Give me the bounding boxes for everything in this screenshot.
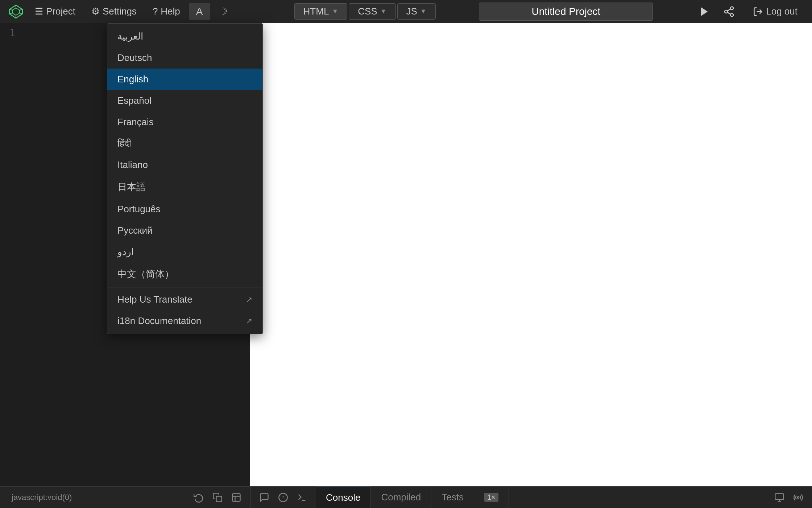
language-option[interactable]: Italiano (107, 154, 262, 176)
svg-marker-8 (701, 7, 708, 16)
project-title-area (436, 3, 697, 21)
line-numbers: 1 (0, 23, 18, 43)
language-option[interactable]: العربية (107, 26, 262, 47)
svg-rect-16 (233, 493, 240, 501)
language-option[interactable]: Français (107, 111, 262, 133)
language-option[interactable]: Deutsch (107, 47, 262, 69)
console-tab[interactable]: Console (316, 487, 371, 508)
console-tab-label: Console (326, 492, 360, 503)
svg-point-10 (725, 10, 728, 13)
css-chevron-icon: ▼ (380, 8, 387, 15)
css-tab-label: CSS (358, 6, 377, 17)
template-icon-btn[interactable] (228, 489, 244, 505)
moon-icon: ☽ (219, 6, 227, 17)
html-tab[interactable]: HTML ▼ (294, 3, 348, 20)
logo[interactable] (7, 3, 25, 20)
bottom-right-icons (771, 489, 812, 505)
project-label: Project (46, 6, 75, 17)
css-tab[interactable]: CSS ▼ (349, 3, 395, 20)
bottom-left: javascript:void(0) (0, 489, 250, 505)
language-option[interactable]: Español (107, 90, 262, 111)
project-nav-item[interactable]: ☰ Project (28, 3, 83, 20)
hamburger-icon: ☰ (35, 6, 43, 17)
logout-button[interactable]: Log out (746, 3, 805, 20)
logout-label: Log out (766, 6, 798, 17)
dropdown-footer-item[interactable]: Help Us Translate↗ (107, 289, 262, 310)
bottom-left-icon3[interactable] (294, 489, 310, 505)
bottom-status: javascript:void(0) (6, 491, 78, 504)
multiplier-badge: 1× (484, 493, 498, 502)
svg-marker-1 (12, 8, 20, 15)
share-button[interactable] (721, 4, 737, 20)
help-label: Help (161, 6, 180, 17)
editor-tabs: HTML ▼ CSS ▼ JS ▼ (294, 3, 436, 20)
bottom-icons (191, 489, 244, 505)
tests-tab-label: Tests (442, 492, 464, 503)
js-chevron-icon: ▼ (420, 8, 427, 15)
svg-rect-21 (775, 493, 783, 499)
help-icon: ? (153, 6, 158, 17)
line-number-1: 1 (3, 28, 15, 38)
topbar: ☰ Project ⚙ Settings ? Help A ☽ HTML ▼ C… (0, 0, 812, 23)
svg-point-24 (798, 496, 799, 498)
main-area: 1 العربيةDeutschEnglishEspañolFrançaisहि… (0, 23, 812, 486)
external-link-icon: ↗ (246, 316, 252, 326)
js-tab-label: JS (406, 6, 417, 17)
language-option[interactable]: اردو (107, 241, 262, 263)
multiplier-tab[interactable]: 1× (474, 487, 509, 508)
bottom-bar: javascript:void(0) (0, 486, 812, 508)
language-option[interactable]: 中文（简体） (107, 263, 262, 286)
html-chevron-icon: ▼ (332, 8, 338, 15)
radio-bottom-icon[interactable] (790, 489, 806, 505)
language-dropdown: العربيةDeutschEnglishEspañolFrançaisहिंद… (107, 23, 263, 334)
copy-icon-btn[interactable] (210, 489, 225, 505)
language-nav-item[interactable]: A (189, 3, 210, 20)
bottom-tabs: Console Compiled Tests 1× (250, 487, 812, 508)
svg-line-12 (728, 12, 731, 14)
bottom-left-icon1[interactable] (256, 489, 272, 505)
language-option[interactable]: हिंदी (107, 133, 262, 154)
svg-rect-15 (216, 496, 222, 501)
language-option[interactable]: Português (107, 198, 262, 220)
compiled-tab-label: Compiled (381, 492, 421, 503)
editor-panel: 1 العربيةDeutschEnglishEspañolFrançaisहि… (0, 23, 250, 486)
settings-nav-item[interactable]: ⚙ Settings (84, 3, 144, 20)
topbar-nav: ☰ Project ⚙ Settings ? Help A ☽ (28, 3, 289, 20)
language-icon: A (196, 6, 203, 17)
settings-label: Settings (103, 6, 137, 17)
run-button[interactable] (696, 4, 712, 20)
darkmode-nav-item[interactable]: ☽ (212, 3, 235, 20)
language-option[interactable]: 日本語 (107, 176, 262, 198)
dropdown-footer-item[interactable]: i18n Documentation↗ (107, 310, 262, 332)
settings-icon: ⚙ (91, 6, 100, 17)
external-link-icon: ↗ (246, 295, 252, 304)
svg-point-11 (730, 13, 733, 16)
tests-tab[interactable]: Tests (431, 487, 474, 508)
language-option[interactable]: English (107, 69, 262, 90)
svg-point-9 (730, 7, 733, 9)
preview-panel (250, 23, 812, 486)
project-title-input[interactable] (479, 3, 653, 21)
js-tab[interactable]: JS ▼ (397, 3, 436, 20)
language-option[interactable]: Русский (107, 220, 262, 241)
html-tab-label: HTML (303, 6, 329, 17)
console-bottom-icon[interactable] (771, 489, 787, 505)
topbar-right: Log out (696, 3, 805, 20)
compiled-tab[interactable]: Compiled (371, 487, 431, 508)
svg-line-13 (728, 9, 731, 11)
refresh-icon-btn[interactable] (191, 489, 207, 505)
bottom-left-icon2[interactable] (275, 489, 291, 505)
help-nav-item[interactable]: ? Help (145, 3, 187, 20)
dropdown-divider (107, 287, 262, 287)
